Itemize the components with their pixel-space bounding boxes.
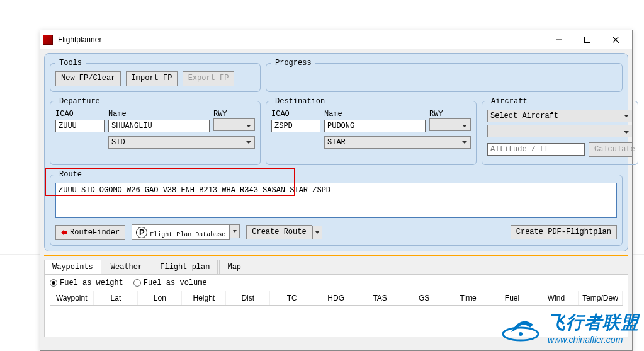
maximize-button[interactable] xyxy=(573,31,601,49)
departure-legend: Departure xyxy=(55,97,104,106)
routefinder-label: RouteFinder xyxy=(70,228,120,237)
main-panel: Tools New FP/Clear Import FP Export FP P… xyxy=(44,53,628,251)
database-icon: P xyxy=(136,227,147,238)
fuel-volume-radio[interactable]: Fuel as volume xyxy=(133,279,207,287)
fuel-volume-label: Fuel as volume xyxy=(144,279,207,287)
departure-name-label: Name xyxy=(108,110,210,118)
aircraft-group: Aircraft Select Aircraft Calculate xyxy=(482,97,638,166)
col-lon[interactable]: Lon xyxy=(138,291,182,306)
altitude-input[interactable] xyxy=(487,143,585,156)
db-main-label: Flight Plan Database xyxy=(150,232,225,238)
calculate-button: Calculate xyxy=(589,142,633,158)
svg-marker-4 xyxy=(61,229,67,236)
destination-legend: Destination xyxy=(271,97,329,106)
departure-rwy-label: RWY xyxy=(213,110,255,118)
destination-icao-input[interactable] xyxy=(271,120,320,132)
destination-rwy-select[interactable] xyxy=(429,118,471,131)
col-hdg[interactable]: HDG xyxy=(314,291,358,306)
departure-icao-label: ICAO xyxy=(55,110,105,118)
fuel-weight-radio[interactable]: Fuel as weight xyxy=(50,279,123,287)
departure-icao-input[interactable] xyxy=(55,120,105,132)
progress-group: Progress xyxy=(266,59,623,92)
new-fp-button[interactable]: New FP/Clear xyxy=(55,71,121,86)
titlebar[interactable]: Flightplanner xyxy=(40,30,632,49)
radio-icon xyxy=(50,279,57,287)
svg-rect-1 xyxy=(584,37,590,42)
import-fp-button[interactable]: Import FP xyxy=(126,71,178,86)
minimize-button[interactable] xyxy=(545,31,573,49)
radio-icon xyxy=(133,279,141,287)
col-gs[interactable]: GS xyxy=(402,291,446,306)
routefinder-button[interactable]: RouteFinder xyxy=(55,225,125,240)
destination-rwy-label: RWY xyxy=(429,110,471,118)
create-route-dropdown-arrow[interactable] xyxy=(312,226,322,239)
fuel-weight-label: Fuel as weight xyxy=(60,279,123,287)
aircraft-legend: Aircraft xyxy=(487,97,531,106)
destination-icao-label: ICAO xyxy=(271,110,320,118)
col-tas[interactable]: TAS xyxy=(358,291,402,306)
departure-name-input[interactable] xyxy=(108,120,210,132)
col-waypoint[interactable]: Waypoint xyxy=(50,291,94,306)
tab-map[interactable]: Map xyxy=(219,260,249,275)
aircraft-sub-select[interactable] xyxy=(487,125,633,137)
col-lat[interactable]: Lat xyxy=(94,291,138,306)
departure-rwy-select[interactable] xyxy=(213,118,255,131)
route-legend: Route xyxy=(55,170,86,179)
routefinder-icon xyxy=(61,229,67,236)
tools-group: Tools New FP/Clear Import FP Export FP xyxy=(50,59,261,92)
col-dist[interactable]: Dist xyxy=(226,291,270,306)
aircraft-select[interactable]: Select Aircraft xyxy=(487,110,633,122)
route-group: Route ZUUU SID OGOMO W26 GAO V38 ENH B21… xyxy=(50,170,623,246)
client-area: Tools New FP/Clear Import FP Export FP P… xyxy=(40,49,632,350)
destination-name-label: Name xyxy=(324,110,426,118)
departure-sid-select[interactable]: SID xyxy=(108,136,255,149)
route-textarea[interactable]: ZUUU SID OGOMO W26 GAO V38 ENH B213 WHA … xyxy=(55,183,617,218)
col-tc[interactable]: TC xyxy=(270,291,314,306)
tools-legend: Tools xyxy=(55,59,86,67)
col-tempdew[interactable]: Temp/Dew xyxy=(578,291,622,306)
destination-name-input[interactable] xyxy=(324,120,426,132)
destination-star-select[interactable]: STAR xyxy=(324,136,471,149)
tab-flightplan[interactable]: Flight plan xyxy=(152,260,218,275)
app-window: Flightplanner Tools New FP/Clear Import … xyxy=(40,30,633,351)
departure-group: Departure ICAO Name RWY SID xyxy=(50,97,261,166)
col-wind[interactable]: Wind xyxy=(534,291,578,306)
col-height[interactable]: Height xyxy=(182,291,226,306)
flightplan-database-button[interactable]: P Flight Plan Database xyxy=(132,224,230,240)
separator xyxy=(44,255,628,256)
create-pdf-button[interactable]: Create PDF-Flightplan xyxy=(511,225,617,240)
col-time[interactable]: Time xyxy=(446,291,490,306)
export-fp-button: Export FP xyxy=(183,71,235,86)
create-route-button[interactable]: Create Route xyxy=(246,225,312,240)
col-fuel[interactable]: Fuel xyxy=(490,291,534,306)
close-button[interactable] xyxy=(601,31,630,49)
progress-legend: Progress xyxy=(271,59,315,67)
database-dropdown-arrow[interactable] xyxy=(230,224,240,238)
waypoints-table: Waypoint Lat Lon Height Dist TC HDG TAS … xyxy=(50,291,623,306)
window-title: Flightplanner xyxy=(58,35,545,44)
app-icon xyxy=(43,35,53,45)
destination-group: Destination ICAO Name RWY STAR xyxy=(266,97,477,166)
tab-bar: Waypoints Weather Flight plan Map xyxy=(44,259,628,275)
tab-waypoints[interactable]: Waypoints xyxy=(44,260,101,275)
tab-weather[interactable]: Weather xyxy=(103,260,150,275)
tab-content: Fuel as weight Fuel as volume Waypoint L… xyxy=(44,274,628,337)
